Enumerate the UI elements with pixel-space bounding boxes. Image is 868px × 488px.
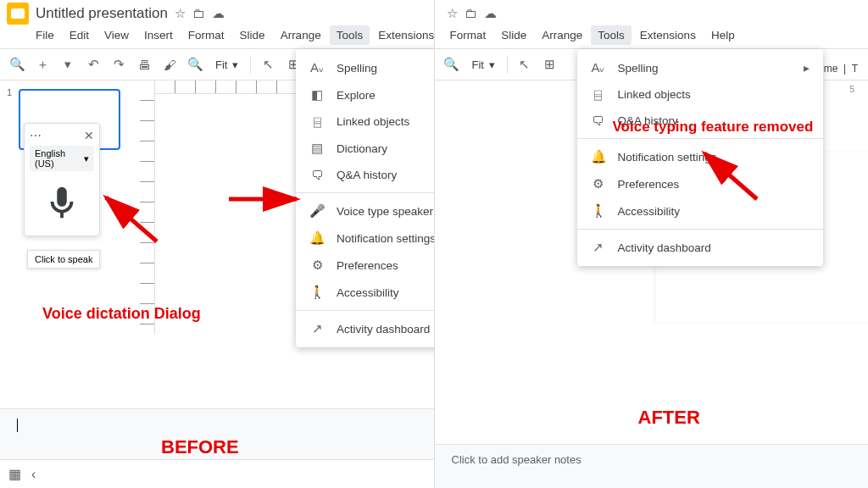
menu-qa-history[interactable]: 🗨Q&A history: [296, 162, 435, 188]
separator: [507, 55, 508, 74]
bell-icon: 🔔: [591, 149, 606, 164]
voice-typing-dialog[interactable]: ⋯✕ English (US)▾: [24, 123, 100, 236]
menu-arrange[interactable]: Arrange: [535, 25, 589, 45]
microphone-button[interactable]: [36, 178, 87, 229]
move-icon[interactable]: 🗀: [192, 6, 205, 21]
search-icon[interactable]: 🔍: [5, 53, 29, 76]
ruler-marker: 5: [849, 85, 854, 94]
mic-icon: 🎤: [309, 203, 325, 219]
gear-icon: ⚙: [591, 176, 606, 191]
menu-spelling[interactable]: AᵥSpelling: [296, 54, 435, 81]
svg-line-2: [704, 153, 757, 199]
annotation-text: Voice typing feature removed: [613, 119, 814, 136]
select-tool-icon[interactable]: ↖: [513, 53, 537, 76]
annotation-arrow: [698, 148, 765, 208]
menu-linked-objects[interactable]: ⌸Linked objects: [577, 81, 823, 108]
menu-preferences[interactable]: ⚙Preferences: [296, 252, 435, 279]
link-icon: ⌸: [591, 87, 606, 102]
accessibility-icon: 🚶: [309, 285, 325, 300]
menu-voice-type[interactable]: 🎤Voice type speaker not: [296, 197, 435, 225]
star-icon[interactable]: ☆: [175, 6, 186, 21]
zoom-fit[interactable]: Fit ▾: [465, 58, 502, 71]
tools-dropdown: AᵥSpelling ◧Explore ⌸Linked objects ▤Dic…: [296, 49, 435, 347]
menu-edit[interactable]: Edit: [63, 25, 96, 45]
print-icon[interactable]: 🖶: [132, 53, 156, 76]
annotation-text: Voice dictation Dialog: [42, 305, 201, 323]
grid-view-icon[interactable]: ▦: [8, 466, 21, 482]
menu-activity-dashboard[interactable]: ↗Activity dashboard: [577, 234, 823, 261]
new-slide-icon[interactable]: ＋: [31, 53, 54, 76]
more-icon[interactable]: ⋯: [30, 129, 42, 142]
zoom-icon[interactable]: 🔍: [440, 53, 464, 76]
menu-tools[interactable]: Tools: [591, 25, 632, 45]
separator: [250, 55, 251, 74]
notes-placeholder[interactable]: Click to add speaker notes: [452, 453, 852, 466]
chevron-right-icon: ▸: [804, 61, 810, 75]
text-cursor: [17, 419, 18, 432]
link-icon: ⌸: [309, 114, 325, 129]
menu-extensions[interactable]: Extensions: [371, 25, 434, 45]
menu-slide[interactable]: Slide: [494, 25, 533, 45]
chevron-left-icon[interactable]: ‹: [31, 467, 36, 482]
close-icon[interactable]: ✕: [84, 129, 94, 142]
menubar: Format Slide Arrange Tools Extensions He…: [435, 24, 869, 48]
menu-arrange[interactable]: Arrange: [274, 25, 328, 45]
menu-format[interactable]: Format: [443, 25, 493, 45]
menu-spelling[interactable]: AᵥSpelling▸: [577, 54, 823, 81]
annotation-arrow: [229, 186, 305, 212]
dictionary-icon: ▤: [309, 141, 325, 156]
chevron-down-icon: ▾: [84, 153, 89, 164]
menu-explore[interactable]: ◧Explore: [296, 81, 435, 108]
menubar: File Edit View Insert Format Slide Arran…: [0, 24, 434, 48]
menu-linked-objects[interactable]: ⌸Linked objects: [296, 108, 435, 135]
titlebar: ☆ 🗀 ☁: [435, 0, 869, 24]
redo-icon[interactable]: ↷: [107, 53, 131, 76]
menu-file[interactable]: File: [29, 25, 61, 45]
explore-icon: ◧: [309, 87, 325, 103]
textbox-icon[interactable]: ⊞: [538, 53, 562, 76]
zoom-fit[interactable]: Fit ▾: [209, 58, 245, 71]
voice-language-selector[interactable]: English (US)▾: [30, 146, 94, 171]
speaker-notes[interactable]: Click to add speaker notes: [435, 444, 869, 488]
menu-insert[interactable]: Insert: [137, 25, 180, 45]
chat-icon: 🗨: [309, 168, 325, 182]
doc-title[interactable]: Untitled presentation: [36, 5, 168, 22]
annotation-arrow: [97, 191, 165, 250]
paint-format-icon[interactable]: 🖌: [158, 53, 181, 76]
chart-icon: ↗: [309, 321, 325, 336]
cloud-icon[interactable]: ☁: [484, 6, 497, 21]
before-pane: Untitled presentation ☆ 🗀 ☁ File Edit Vi…: [0, 0, 435, 488]
chart-icon: ↗: [591, 240, 606, 255]
menu-view[interactable]: View: [97, 25, 136, 45]
before-label: BEFORE: [161, 436, 239, 458]
menu-notification-settings[interactable]: 🔔Notification settings: [296, 225, 435, 252]
voice-tooltip: Click to speak: [27, 250, 100, 269]
menu-activity-dashboard[interactable]: ↗Activity dashboard: [296, 315, 435, 342]
menu-format[interactable]: Format: [181, 25, 231, 45]
menu-help[interactable]: Help: [704, 25, 742, 45]
menu-accessibility[interactable]: 🚶Accessibility: [296, 279, 435, 306]
accessibility-icon: 🚶: [591, 203, 606, 219]
after-label: AFTER: [638, 407, 700, 429]
chat-icon: 🗨: [591, 114, 606, 128]
menu-dictionary[interactable]: ▤Dictionary: [296, 135, 435, 162]
svg-line-1: [106, 197, 157, 241]
move-icon[interactable]: 🗀: [465, 6, 477, 21]
spelling-icon: Aᵥ: [309, 60, 325, 75]
zoom-icon[interactable]: 🔍: [183, 53, 207, 76]
dropdown-caret-icon[interactable]: ▾: [56, 53, 80, 76]
cloud-icon[interactable]: ☁: [212, 6, 225, 21]
after-pane: ☆ 🗀 ☁ Format Slide Arrange Tools Extensi…: [435, 0, 869, 488]
spelling-icon: Aᵥ: [591, 60, 606, 75]
slide-number: 1: [7, 87, 12, 97]
menu-extensions[interactable]: Extensions: [633, 25, 703, 45]
menu-slide[interactable]: Slide: [233, 25, 272, 45]
titlebar: Untitled presentation ☆ 🗀 ☁: [0, 0, 434, 24]
bottom-bar: ▦ ‹: [0, 459, 434, 488]
star-icon[interactable]: ☆: [447, 6, 458, 21]
gear-icon: ⚙: [309, 258, 325, 273]
undo-icon[interactable]: ↶: [81, 53, 105, 76]
menu-tools[interactable]: Tools: [330, 25, 370, 45]
select-tool-icon[interactable]: ↖: [256, 53, 280, 76]
slides-logo[interactable]: [7, 3, 29, 25]
